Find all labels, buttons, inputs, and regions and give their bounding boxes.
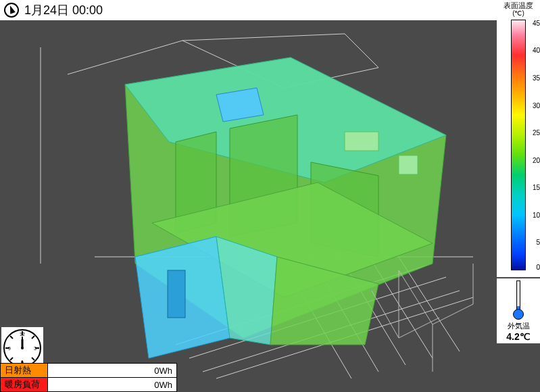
temperature-legend: 表面温度 (℃) 45 40 35 30 25 20 15 10 5 0 xyxy=(497,0,540,277)
legend-tick: 10 xyxy=(533,211,540,218)
svg-line-11 xyxy=(68,41,182,74)
solar-heat-value: 0Wh xyxy=(48,364,177,378)
legend-tick: 35 xyxy=(533,74,540,81)
svg-text:9: 9 xyxy=(8,346,11,351)
thermometer-icon xyxy=(510,280,526,320)
outside-temp-panel: 外気温 4.2℃ xyxy=(497,278,540,343)
header-bar: 1月24日 00:00 xyxy=(0,0,540,20)
legend-tick: 20 xyxy=(533,156,540,164)
svg-rect-19 xyxy=(345,132,378,151)
solar-heat-label: 日射熱 xyxy=(1,364,48,378)
legend-tick: 30 xyxy=(533,101,540,109)
legend-tick: 25 xyxy=(533,129,540,137)
legend-tick: 5 xyxy=(536,239,540,246)
svg-text:12: 12 xyxy=(20,332,25,337)
legend-unit: (℃) xyxy=(512,9,524,17)
legend-tick: 40 xyxy=(533,47,540,54)
legend-colorbar: 45 40 35 30 25 20 15 10 5 0 xyxy=(511,20,526,270)
outside-temp-value: 4.2℃ xyxy=(506,331,530,342)
legend-tick: 0 xyxy=(536,264,540,271)
legend-title: 表面温度 xyxy=(504,0,533,9)
table-row: 日射熱 0Wh xyxy=(1,364,177,378)
datetime-label: 1月24日 00:00 xyxy=(24,2,103,18)
svg-rect-20 xyxy=(399,155,418,174)
compass-icon xyxy=(4,3,19,18)
metrics-table: 日射熱 0Wh 暖房負荷 0Wh xyxy=(0,363,177,392)
heating-load-value: 0Wh xyxy=(48,378,177,392)
3d-viewport[interactable] xyxy=(0,20,497,392)
legend-tick: 15 xyxy=(533,184,540,191)
building-model xyxy=(0,20,497,392)
svg-point-42 xyxy=(21,347,24,349)
outside-temp-label: 外気温 xyxy=(508,321,530,331)
svg-text:3: 3 xyxy=(34,346,36,351)
legend-tick: 45 xyxy=(533,19,540,26)
svg-rect-23 xyxy=(168,270,185,318)
heating-load-label: 暖房負荷 xyxy=(1,378,48,392)
table-row: 暖房負荷 0Wh xyxy=(1,378,177,392)
